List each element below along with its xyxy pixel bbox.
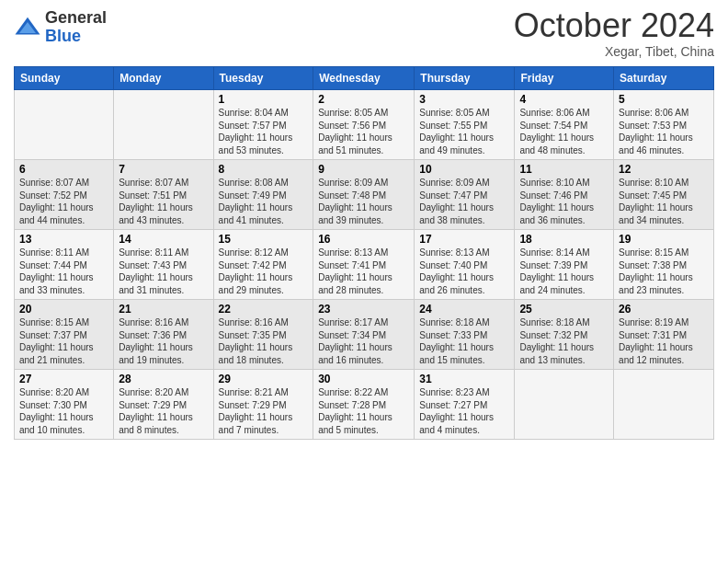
day-number: 2 [318, 93, 409, 106]
calendar-table: SundayMondayTuesdayWednesdayThursdayFrid… [14, 66, 714, 440]
day-info: Sunrise: 8:12 AM Sunset: 7:42 PM Dayligh… [219, 247, 309, 296]
day-info: Sunrise: 8:14 AM Sunset: 7:39 PM Dayligh… [519, 247, 609, 296]
calendar-cell [15, 90, 114, 160]
calendar-cell: 22Sunrise: 8:16 AM Sunset: 7:35 PM Dayli… [213, 300, 313, 370]
logo-blue-text: Blue [45, 28, 107, 46]
day-number: 8 [219, 163, 309, 176]
day-info: Sunrise: 8:19 AM Sunset: 7:31 PM Dayligh… [619, 316, 709, 366]
calendar-cell: 24Sunrise: 8:18 AM Sunset: 7:33 PM Dayli… [415, 300, 515, 370]
calendar-cell: 23Sunrise: 8:17 AM Sunset: 7:34 PM Dayli… [313, 300, 415, 370]
day-number: 22 [219, 303, 309, 316]
logo: General Blue [14, 9, 107, 46]
day-number: 13 [19, 233, 108, 246]
day-number: 11 [519, 163, 609, 176]
day-number: 5 [619, 93, 709, 106]
day-header-saturday: Saturday [614, 67, 714, 90]
calendar-cell: 20Sunrise: 8:15 AM Sunset: 7:37 PM Dayli… [15, 300, 114, 370]
day-number: 21 [119, 303, 208, 316]
calendar-cell: 15Sunrise: 8:12 AM Sunset: 7:42 PM Dayli… [213, 230, 313, 300]
day-number: 25 [519, 303, 609, 316]
day-number: 17 [419, 233, 509, 246]
calendar-cell: 16Sunrise: 8:13 AM Sunset: 7:41 PM Dayli… [313, 230, 415, 300]
day-header-friday: Friday [515, 67, 614, 90]
day-number: 10 [419, 163, 509, 176]
location-subtitle: Xegar, Tibet, China [514, 44, 714, 59]
calendar-cell: 28Sunrise: 8:20 AM Sunset: 7:29 PM Dayli… [114, 370, 213, 440]
day-info: Sunrise: 8:04 AM Sunset: 7:57 PM Dayligh… [219, 107, 309, 156]
calendar-cell: 17Sunrise: 8:13 AM Sunset: 7:40 PM Dayli… [415, 230, 515, 300]
calendar-cell: 29Sunrise: 8:21 AM Sunset: 7:29 PM Dayli… [213, 370, 313, 440]
day-info: Sunrise: 8:05 AM Sunset: 7:55 PM Dayligh… [419, 107, 509, 156]
day-info: Sunrise: 8:11 AM Sunset: 7:44 PM Dayligh… [19, 247, 108, 296]
day-number: 9 [318, 163, 409, 176]
calendar-cell: 12Sunrise: 8:10 AM Sunset: 7:45 PM Dayli… [614, 160, 714, 230]
day-info: Sunrise: 8:20 AM Sunset: 7:29 PM Dayligh… [119, 386, 208, 436]
day-info: Sunrise: 8:13 AM Sunset: 7:40 PM Dayligh… [419, 247, 509, 296]
calendar-cell: 5Sunrise: 8:06 AM Sunset: 7:53 PM Daylig… [614, 90, 714, 160]
calendar-cell: 1Sunrise: 8:04 AM Sunset: 7:57 PM Daylig… [213, 90, 313, 160]
day-info: Sunrise: 8:11 AM Sunset: 7:43 PM Dayligh… [119, 247, 208, 296]
day-number: 14 [119, 233, 208, 246]
day-info: Sunrise: 8:06 AM Sunset: 7:54 PM Dayligh… [519, 107, 609, 156]
day-number: 12 [619, 163, 709, 176]
day-number: 24 [419, 303, 509, 316]
calendar-cell: 8Sunrise: 8:08 AM Sunset: 7:49 PM Daylig… [213, 160, 313, 230]
day-info: Sunrise: 8:23 AM Sunset: 7:27 PM Dayligh… [419, 386, 509, 436]
calendar-cell: 14Sunrise: 8:11 AM Sunset: 7:43 PM Dayli… [114, 230, 213, 300]
calendar-cell [515, 370, 614, 440]
title-area: October 2024 Xegar, Tibet, China [514, 9, 714, 59]
day-number: 15 [219, 233, 309, 246]
day-info: Sunrise: 8:17 AM Sunset: 7:34 PM Dayligh… [318, 316, 409, 366]
calendar-cell: 27Sunrise: 8:20 AM Sunset: 7:30 PM Dayli… [15, 370, 114, 440]
calendar-cell: 9Sunrise: 8:09 AM Sunset: 7:48 PM Daylig… [313, 160, 415, 230]
day-header-sunday: Sunday [15, 67, 114, 90]
day-header-thursday: Thursday [415, 67, 515, 90]
day-number: 26 [619, 303, 709, 316]
day-number: 7 [119, 163, 208, 176]
day-info: Sunrise: 8:10 AM Sunset: 7:45 PM Dayligh… [619, 177, 709, 226]
page-header: General Blue October 2024 Xegar, Tibet, … [14, 9, 714, 59]
calendar-cell: 30Sunrise: 8:22 AM Sunset: 7:28 PM Dayli… [313, 370, 415, 440]
day-info: Sunrise: 8:15 AM Sunset: 7:38 PM Dayligh… [619, 247, 709, 296]
calendar-cell: 6Sunrise: 8:07 AM Sunset: 7:52 PM Daylig… [15, 160, 114, 230]
day-number: 19 [619, 233, 709, 246]
day-info: Sunrise: 8:13 AM Sunset: 7:41 PM Dayligh… [318, 247, 409, 296]
day-number: 3 [419, 93, 509, 106]
day-number: 1 [219, 93, 309, 106]
day-info: Sunrise: 8:07 AM Sunset: 7:52 PM Dayligh… [19, 177, 108, 226]
logo-general-text: General [45, 9, 107, 28]
calendar-cell: 4Sunrise: 8:06 AM Sunset: 7:54 PM Daylig… [515, 90, 614, 160]
day-number: 18 [519, 233, 609, 246]
day-number: 28 [119, 373, 208, 385]
calendar-cell: 2Sunrise: 8:05 AM Sunset: 7:56 PM Daylig… [313, 90, 415, 160]
day-number: 27 [19, 373, 108, 385]
day-info: Sunrise: 8:20 AM Sunset: 7:30 PM Dayligh… [19, 386, 108, 436]
day-number: 6 [19, 163, 108, 176]
day-info: Sunrise: 8:18 AM Sunset: 7:32 PM Dayligh… [519, 316, 609, 366]
calendar-cell [614, 370, 714, 440]
calendar-cell: 31Sunrise: 8:23 AM Sunset: 7:27 PM Dayli… [415, 370, 515, 440]
day-header-tuesday: Tuesday [213, 67, 313, 90]
calendar-cell: 13Sunrise: 8:11 AM Sunset: 7:44 PM Dayli… [15, 230, 114, 300]
day-info: Sunrise: 8:18 AM Sunset: 7:33 PM Dayligh… [419, 316, 509, 366]
day-info: Sunrise: 8:05 AM Sunset: 7:56 PM Dayligh… [318, 107, 409, 156]
day-info: Sunrise: 8:08 AM Sunset: 7:49 PM Dayligh… [219, 177, 309, 226]
month-title: October 2024 [514, 9, 714, 42]
calendar-cell: 21Sunrise: 8:16 AM Sunset: 7:36 PM Dayli… [114, 300, 213, 370]
logo-icon [14, 14, 41, 41]
calendar-cell: 25Sunrise: 8:18 AM Sunset: 7:32 PM Dayli… [515, 300, 614, 370]
day-number: 31 [419, 373, 509, 385]
day-header-monday: Monday [114, 67, 213, 90]
day-info: Sunrise: 8:16 AM Sunset: 7:35 PM Dayligh… [219, 316, 309, 366]
calendar-cell [114, 90, 213, 160]
day-header-wednesday: Wednesday [313, 67, 415, 90]
day-info: Sunrise: 8:09 AM Sunset: 7:48 PM Dayligh… [318, 177, 409, 226]
day-info: Sunrise: 8:15 AM Sunset: 7:37 PM Dayligh… [19, 316, 108, 366]
calendar-cell: 26Sunrise: 8:19 AM Sunset: 7:31 PM Dayli… [614, 300, 714, 370]
day-number: 23 [318, 303, 409, 316]
day-number: 4 [519, 93, 609, 106]
day-info: Sunrise: 8:21 AM Sunset: 7:29 PM Dayligh… [219, 386, 309, 436]
day-info: Sunrise: 8:09 AM Sunset: 7:47 PM Dayligh… [419, 177, 509, 226]
day-number: 16 [318, 233, 409, 246]
day-info: Sunrise: 8:06 AM Sunset: 7:53 PM Dayligh… [619, 107, 709, 156]
